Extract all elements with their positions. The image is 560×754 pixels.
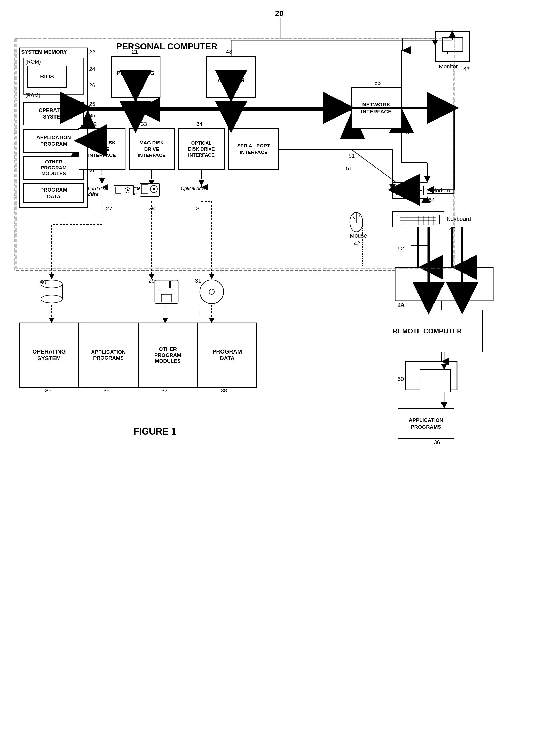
processing-unit-box: PROCESSINGUNIT xyxy=(111,56,160,98)
optical-interface-box: OPTICALDISK DRIVEINTERFACE xyxy=(178,128,225,170)
label-53: 53 xyxy=(374,80,381,86)
figure-title: FIGURE 1 xyxy=(91,426,219,437)
mouse-label: Mouse xyxy=(350,232,367,239)
svg-point-55 xyxy=(410,189,413,192)
label-25: 25 xyxy=(89,101,95,107)
label-52: 52 xyxy=(398,245,404,252)
label-32: 32 xyxy=(91,121,97,127)
optical-drive-label: Optical drive xyxy=(181,186,206,191)
floppy-icon xyxy=(154,279,179,306)
label-35-top: 35 xyxy=(89,112,95,119)
app-prog-mem-box: APPLICATIONPROGRAM xyxy=(24,129,84,152)
svg-point-53 xyxy=(400,189,402,192)
modem-label: Modem xyxy=(431,187,450,194)
svg-point-54 xyxy=(405,189,407,192)
label-36-bot2: 36 xyxy=(434,439,440,446)
divider2 xyxy=(138,323,139,387)
ram-label: (RAM) xyxy=(25,93,40,98)
mag-disk-interface-box: MAG DISKDRIVEINTERFACE xyxy=(129,128,174,170)
mag-disk-icon xyxy=(139,182,160,199)
label-30: 30 xyxy=(196,205,202,212)
svg-rect-138 xyxy=(140,183,160,196)
label-34: 34 xyxy=(196,121,202,127)
monitor-label: Monitor xyxy=(439,63,458,70)
label-28: 28 xyxy=(148,205,155,212)
hard-disk-interface-box: HARD DISKDRIVEINTERFACE xyxy=(79,128,125,170)
optical-disc-icon xyxy=(199,279,225,306)
svg-point-57 xyxy=(420,190,422,191)
bios-box: BIOS xyxy=(27,66,66,88)
label-21: 21 xyxy=(132,48,138,55)
keyboard-label: Keyboard xyxy=(447,216,471,222)
label-29: 29 xyxy=(148,278,155,284)
other-prog-bottom-section: OTHERPROGRAMMODULES xyxy=(138,323,198,387)
app-programs-bottom-right: APPLICATIONPROGRAMS xyxy=(398,408,454,439)
divider1 xyxy=(79,323,79,387)
keyboard-box xyxy=(393,212,444,227)
mouse-icon xyxy=(348,209,364,234)
remote-computer-box: REMOTE COMPUTER xyxy=(372,310,483,353)
label-37-bot: 37 xyxy=(161,387,167,394)
svg-point-80 xyxy=(200,280,224,304)
label-49: 49 xyxy=(398,302,404,309)
rom-label: (ROM) xyxy=(25,59,41,65)
label-54: 54 xyxy=(428,197,435,203)
label-27: 27 xyxy=(106,205,112,212)
serial-port-interface-box: SERIAL PORTINTERFACE xyxy=(228,128,279,170)
relay-box xyxy=(420,369,451,393)
svg-rect-76 xyxy=(155,280,178,303)
svg-rect-49 xyxy=(442,37,463,52)
pc-title: PERSONAL COMPUTER xyxy=(116,41,217,52)
os-bottom-section: OPERATINGSYSTEM xyxy=(19,323,79,387)
svg-point-75 xyxy=(41,295,62,303)
label-22: 22 xyxy=(89,49,95,56)
label-51: 51 xyxy=(346,165,352,172)
modem-box xyxy=(393,182,427,199)
label-47: 47 xyxy=(463,66,469,73)
network-interface-box: NETWORKINTERFACE xyxy=(351,87,401,128)
label-51: 51 xyxy=(348,152,355,159)
svg-rect-50 xyxy=(447,52,458,54)
label-38-bot: 38 xyxy=(221,387,227,394)
svg-point-137 xyxy=(126,189,128,191)
hard-disk-small-label: hard diskdrive xyxy=(88,186,108,197)
label-40: 40 xyxy=(449,226,456,233)
label-42: 42 xyxy=(354,240,360,247)
divider3 xyxy=(198,323,198,387)
svg-rect-28 xyxy=(395,267,493,301)
label-26: 26 xyxy=(89,82,95,89)
label-46: 46 xyxy=(403,129,409,136)
label-24: 24 xyxy=(89,66,95,73)
label-35-bot: 35 xyxy=(45,387,52,394)
label-33: 33 xyxy=(141,121,147,127)
system-memory-label: SYSTEM MEMORY xyxy=(21,49,67,55)
label-20: 20 xyxy=(275,9,283,18)
label-60: 60 xyxy=(40,279,46,285)
other-prog-mem-box: OTHERPROGRAMMODULES xyxy=(24,156,84,179)
diagram: 20 PERSONAL COMPUTER SYSTEM MEMORY 22 (R… xyxy=(0,0,560,754)
svg-rect-79 xyxy=(169,281,171,288)
app-progs-bottom-section: APPLICATIONPROGRAMS xyxy=(79,323,138,387)
svg-point-56 xyxy=(415,189,418,192)
label-31: 31 xyxy=(195,278,201,284)
label-36-bot: 36 xyxy=(103,387,109,394)
monitor-box xyxy=(435,31,470,62)
svg-point-81 xyxy=(209,289,214,294)
os-mem-box: OPERATINGSYSTEM xyxy=(24,102,84,125)
video-adapter-box: VIDEOADAPTER xyxy=(206,56,256,98)
label-50: 50 xyxy=(398,376,404,382)
prog-data-mem-box: PROGRAMDATA xyxy=(24,183,84,203)
prog-data-bottom-section: PROGRAMDATA xyxy=(198,323,257,387)
svg-point-141 xyxy=(153,188,155,190)
hard-disk-icon xyxy=(114,183,134,199)
label-48: 48 xyxy=(226,48,232,55)
